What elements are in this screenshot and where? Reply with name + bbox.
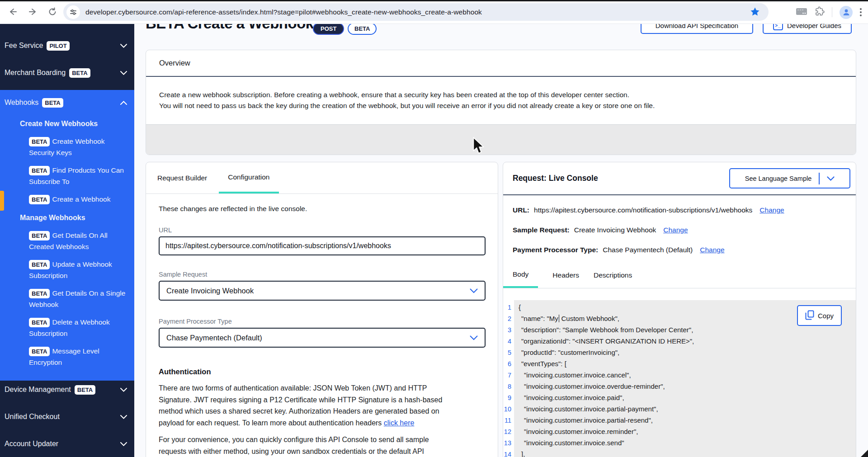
toolbar-separator (832, 7, 832, 17)
sidebar-webhooks-section: Webhooks BETA Create New Webhooks BETACr… (0, 90, 134, 381)
keyboard-extension-icon[interactable] (796, 7, 807, 18)
profile-icon[interactable] (840, 6, 853, 19)
url-text: developer.cybersource.com/api-reference-… (85, 8, 482, 16)
browser-menu-icon[interactable] (860, 8, 862, 16)
change-url-link[interactable]: Change (760, 206, 784, 214)
chevron-up-icon (120, 99, 127, 107)
window-top-edge (0, 0, 868, 1)
copy-button[interactable]: Copy (797, 305, 842, 326)
sidebar-item-device-management[interactable]: Device Management BETA (0, 380, 134, 400)
url-field-label: URL (159, 226, 486, 234)
pilot-badge: PILOT (47, 41, 69, 51)
sidebar-item-delete-webhook[interactable]: BETADelete a Webhook Subscription (29, 316, 128, 339)
sidebar-item-label: Device Management (5, 386, 71, 394)
auth-text-line: method which uses a shared secret key. A… (159, 405, 486, 417)
sidebar-item-update-webhook[interactable]: BETAUpdate a Webhook Subscription (29, 259, 128, 281)
sidebar-group-create-new-webhooks[interactable]: Create New Webhooks (20, 118, 128, 129)
row-value: Chase Paymentech (Default) (603, 246, 693, 254)
row-label: Sample Request: (513, 226, 570, 234)
see-language-sample-button[interactable]: See Language Sample (729, 168, 850, 188)
authentication-heading: Authentication (159, 367, 486, 376)
sample-request-select[interactable]: Create Invoicing Webhook (159, 281, 486, 301)
chevron-down-icon (827, 175, 835, 182)
beta-badge: BETA (29, 260, 50, 269)
sidebar-item-unified-checkout[interactable]: Unified Checkout (0, 407, 134, 427)
auth-text-line: payload for each request. To learn more … (159, 417, 486, 429)
extensions-icon[interactable] (815, 6, 825, 18)
builder-note: These changes are reflected in the live … (159, 205, 486, 213)
tab-headers[interactable]: Headers (552, 262, 579, 288)
code-line: 10"invoicing.customer.invoice.partial-pa… (503, 403, 856, 415)
payment-processor-value: Chase Paymentech (Default) (166, 334, 262, 342)
change-sample-request-link[interactable]: Change (663, 226, 688, 234)
browser-toolbar: developer.cybersource.com/api-reference-… (0, 0, 868, 24)
console-url-row: URL: https://apitest.cybersource.com/not… (513, 206, 856, 214)
beta-badge: BETA (29, 137, 50, 146)
tab-request-builder[interactable]: Request Builder (157, 162, 207, 193)
overview-panel: Overview Create a new webhook subscripti… (146, 50, 856, 155)
url-bar[interactable]: developer.cybersource.com/api-reference-… (63, 3, 769, 21)
copy-icon (805, 310, 814, 321)
row-value: https://apitest.cybersource.com/notifica… (534, 206, 752, 214)
chevron-down-icon (120, 386, 127, 394)
tab-body[interactable]: Body (503, 262, 538, 288)
sidebar-item-label: Merchant Boarding (5, 69, 66, 77)
convenience-paragraph: For your convenience, you can quickly co… (159, 434, 486, 457)
beta-badge: BETA (29, 318, 50, 327)
site-settings-icon[interactable] (66, 5, 80, 19)
tab-configuration[interactable]: Configuration (219, 162, 278, 193)
back-icon[interactable] (5, 5, 20, 19)
sidebar-item-label: Unified Checkout (5, 413, 60, 421)
screen: BETACreate a Webhook POST BETA Download … (0, 0, 868, 457)
auth-text-line: Signature. JWT requires signing a P12 Ce… (159, 394, 486, 406)
chevron-down-icon (470, 334, 478, 342)
code-line: 14], (503, 448, 856, 457)
mouse-cursor (472, 137, 485, 157)
sidebar-item-account-updater[interactable]: Account Updater (0, 434, 134, 454)
overview-footer (146, 124, 856, 155)
sidebar-item-message-level-encryption[interactable]: BETAMessage Level Encryption (29, 345, 128, 368)
url-input[interactable] (159, 236, 486, 255)
sidebar-item-find-products[interactable]: BETAFind Products You Can Subscribe To (29, 165, 128, 187)
sidebar-item-fee-service[interactable]: Fee Service PILOT (0, 36, 134, 56)
code-text: "name": "My (521, 315, 558, 322)
code-text: Custom Webhook", (559, 315, 619, 322)
authentication-paragraph: There are two forms of authentication av… (159, 382, 486, 429)
language-button-label: See Language Sample (745, 175, 812, 182)
sidebar-group-manage-webhooks[interactable]: Manage Webhooks (20, 212, 128, 223)
code-line: 13"invoicing.customer.invoice.send" (503, 437, 856, 448)
live-console-panel: Request: Live Console See Language Sampl… (503, 162, 856, 457)
beta-badge: BETA (29, 289, 50, 298)
bookmark-star-icon[interactable] (750, 6, 760, 19)
beta-badge: BETA (29, 231, 50, 240)
sidebar-item-get-details-single[interactable]: BETAGet Details On a Single Webhook (29, 287, 128, 310)
sidebar-item-label: Account Updater (5, 440, 58, 448)
chevron-down-icon (120, 42, 127, 50)
tab-descriptions[interactable]: Descriptions (594, 262, 632, 288)
auth-text: payload for each request. To learn more … (159, 419, 384, 427)
copy-button-label: Copy (818, 312, 834, 320)
sidebar-item-label: Create a Webhook (52, 195, 110, 203)
payment-processor-select[interactable]: Chase Paymentech (Default) (159, 328, 486, 348)
overview-title: Overview (146, 50, 856, 76)
sample-request-value: Create Invoicing Webhook (166, 287, 254, 295)
sidebar-item-create-a-webhook-active[interactable]: BETACreate a Webhook (29, 193, 128, 205)
console-processor-row: Payment Processor Type: Chase Paymentech… (513, 246, 856, 254)
reload-icon[interactable] (45, 5, 60, 19)
overview-text-line: You will not need to pass us back the ke… (159, 100, 843, 111)
button-divider (819, 173, 820, 184)
change-processor-link[interactable]: Change (700, 246, 724, 254)
request-builder-panel: Request Builder Configuration These chan… (146, 162, 498, 457)
click-here-link[interactable]: click here (384, 419, 415, 427)
sidebar-item-webhooks[interactable]: Webhooks BETA (0, 94, 134, 111)
sample-request-label: Sample Request (159, 271, 486, 278)
forward-icon[interactable] (26, 5, 40, 19)
sidebar-item-get-details-all[interactable]: BETAGet Details On All Created Webhooks (29, 230, 128, 252)
chevron-down-icon (470, 287, 478, 295)
overview-text-line: Create a new webhook subscription. Befor… (159, 90, 843, 100)
sidebar-item-label: Webhooks (5, 99, 38, 107)
sidebar-item-create-webhook-security-keys[interactable]: BETACreate Webhook Security Keys (29, 136, 128, 158)
code-line: 11"invoicing.customer.invoice.partial-re… (503, 415, 856, 426)
sidebar-item-merchant-boarding[interactable]: Merchant Boarding BETA (0, 63, 134, 83)
beta-badge: BETA (29, 166, 50, 175)
